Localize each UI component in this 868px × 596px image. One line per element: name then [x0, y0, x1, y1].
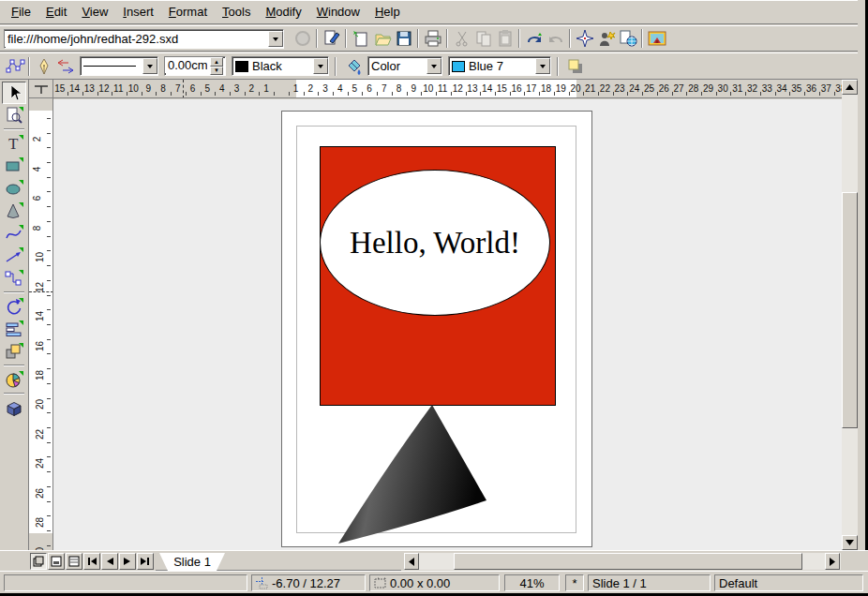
ruler-number: 10 [35, 252, 45, 262]
last-slide-icon[interactable] [137, 553, 154, 570]
master-view-icon[interactable] [48, 553, 65, 570]
objects-3d-icon[interactable] [2, 200, 26, 222]
ruler-number: 35 [791, 83, 801, 94]
line-style-select[interactable] [80, 56, 158, 76]
ruler-number: 4 [219, 83, 225, 94]
curve-icon[interactable] [2, 222, 26, 245]
fill-color-dropdown-icon[interactable] [535, 58, 550, 74]
fill-type-select[interactable]: Color [367, 56, 442, 76]
vertical-ruler[interactable]: 24681012141618202224262830 [29, 98, 53, 550]
vertical-scroll-thumb[interactable] [842, 192, 858, 428]
paste-icon [494, 28, 516, 50]
ruler-number: 31 [732, 83, 742, 94]
ruler-number: 12 [35, 282, 45, 292]
ruler-number: 12 [98, 83, 109, 94]
line-width-input[interactable] [165, 57, 210, 73]
arrow-ends-icon[interactable] [54, 55, 76, 77]
line-width-spinner[interactable]: ▲ ▼ [164, 56, 226, 76]
url-dropdown-icon[interactable] [268, 31, 283, 47]
insert-icon[interactable] [2, 368, 26, 391]
status-modified-field: * [565, 574, 584, 591]
menu-insert[interactable]: Insert [115, 2, 161, 22]
fill-can-icon[interactable] [342, 55, 364, 77]
ruler-number: 7 [175, 83, 181, 94]
line-style-dropdown-icon[interactable] [142, 58, 157, 74]
previous-slide-icon[interactable] [101, 553, 118, 570]
line-color-dropdown-icon[interactable] [313, 58, 328, 74]
status-zoom-field[interactable]: 41% [504, 574, 560, 591]
save-icon[interactable] [393, 28, 414, 50]
ruler-number: 32 [747, 83, 757, 94]
spin-up-icon[interactable]: ▲ [210, 57, 223, 67]
horizontal-scroll-thumb[interactable] [454, 553, 802, 570]
ruler-number: 14 [35, 311, 45, 321]
first-slide-icon[interactable] [83, 553, 100, 570]
layer-view-icon[interactable] [30, 553, 47, 570]
menu-tools[interactable]: Tools [215, 2, 258, 22]
edit-points-icon[interactable] [4, 55, 25, 77]
line-arrow-icon[interactable] [2, 245, 26, 267]
next-slide-icon[interactable] [119, 553, 136, 570]
rectangle-icon[interactable] [2, 155, 26, 177]
print-icon[interactable] [422, 28, 443, 50]
connector-icon[interactable] [2, 267, 26, 290]
horizontal-ruler[interactable]: 1514131211109876543211234567891011121314… [53, 80, 842, 98]
menu-help[interactable]: Help [367, 2, 408, 22]
ellipse-icon[interactable] [2, 177, 26, 200]
edit-file-icon[interactable] [321, 28, 342, 50]
menu-modify[interactable]: Modify [258, 2, 308, 22]
undo-icon[interactable] [523, 28, 545, 50]
main-toolbar: T [0, 80, 29, 550]
scroll-right-icon[interactable] [825, 553, 840, 570]
navigator-icon[interactable] [574, 28, 595, 50]
slide-tab[interactable]: Slide 1 [159, 553, 225, 571]
size-icon [374, 577, 386, 589]
ruler-number: 24 [629, 83, 639, 94]
text-icon[interactable]: T [2, 132, 26, 155]
ruler-number: 15 [497, 83, 507, 94]
menu-window[interactable]: Window [309, 2, 367, 22]
open-icon[interactable] [371, 28, 393, 50]
svg-text:T: T [8, 135, 19, 153]
scroll-down-icon[interactable] [842, 535, 858, 550]
zoom-icon[interactable] [2, 104, 26, 127]
scroll-up-icon[interactable] [842, 80, 858, 95]
menu-view[interactable]: View [74, 2, 115, 22]
hello-world-text[interactable]: Hello, World! [350, 226, 520, 261]
alignment-icon[interactable] [2, 318, 26, 340]
ruler-number: 29 [703, 83, 713, 94]
cone-3d-shape[interactable] [333, 397, 494, 549]
layer-tab-view-icon[interactable] [66, 553, 82, 570]
horizontal-scrollbar[interactable] [404, 553, 841, 570]
gallery-icon[interactable] [646, 28, 667, 50]
effects-icon[interactable] [2, 396, 26, 419]
scroll-left-icon[interactable] [404, 553, 419, 570]
rotate-icon[interactable] [2, 295, 26, 318]
menu-edit[interactable]: Edit [38, 2, 74, 22]
ruler-origin-icon[interactable] [29, 80, 53, 98]
url-input[interactable] [5, 31, 268, 47]
vertical-scrollbar[interactable] [842, 80, 858, 550]
hyperlink-icon[interactable] [617, 28, 638, 50]
fill-type-label: Color [371, 59, 400, 73]
fill-color-select[interactable]: Blue 7 [448, 56, 551, 76]
pen-icon[interactable] [33, 55, 54, 77]
menu-format[interactable]: Format [161, 2, 215, 22]
drawing-canvas[interactable]: Hello, World! [53, 99, 842, 550]
zoom-pan-icon[interactable] [595, 28, 617, 50]
menu-file[interactable]: File [4, 2, 38, 22]
select-icon[interactable] [2, 82, 26, 104]
ruler-number: 21 [585, 83, 595, 94]
spin-down-icon[interactable]: ▼ [210, 67, 223, 76]
ellipse-shape[interactable]: Hello, World! [320, 170, 550, 316]
ruler-number: 11 [113, 83, 123, 94]
arrange-icon[interactable] [2, 340, 26, 363]
status-style-field[interactable]: Default [714, 574, 863, 591]
fill-type-dropdown-icon[interactable] [427, 58, 441, 74]
shadow-icon[interactable] [564, 55, 586, 77]
new-document-icon[interactable] [350, 28, 371, 50]
line-color-select[interactable]: Black [232, 56, 329, 76]
url-combobox[interactable] [4, 29, 284, 49]
tab-bar: Slide 1 [0, 550, 868, 571]
ruler-number: 13 [84, 83, 95, 94]
